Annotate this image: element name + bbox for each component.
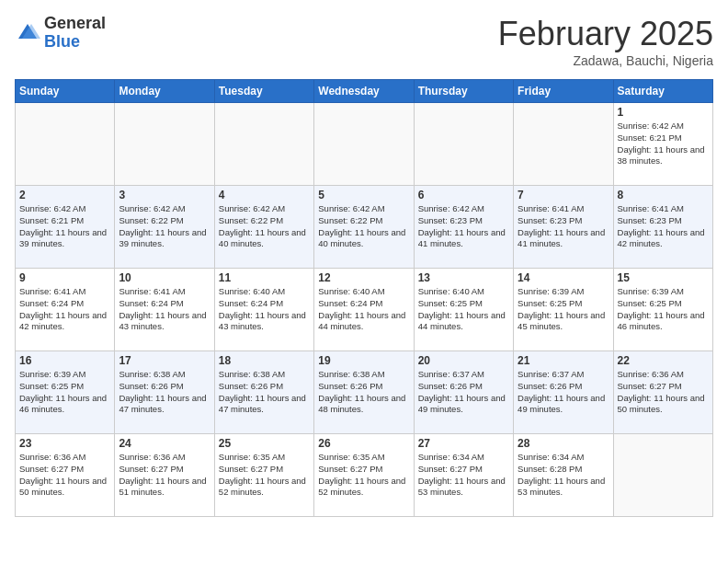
day-of-week-header: Wednesday: [314, 80, 414, 103]
day-number: 14: [518, 271, 609, 284]
logo-general-text: General: [44, 15, 106, 33]
day-number: 28: [518, 437, 609, 450]
day-number: 2: [19, 189, 110, 201]
calendar-day-cell: 26Sunrise: 6:35 AM Sunset: 6:27 PM Dayli…: [314, 434, 414, 517]
calendar-week-row: 1Sunrise: 6:42 AM Sunset: 6:21 PM Daylig…: [16, 103, 713, 186]
day-of-week-header: Saturday: [613, 80, 712, 103]
logo-text: General Blue: [44, 15, 106, 52]
calendar-day-cell: [214, 103, 313, 186]
day-number: 8: [618, 189, 709, 201]
calendar-week-row: 2Sunrise: 6:42 AM Sunset: 6:21 PM Daylig…: [16, 186, 713, 269]
calendar-day-cell: 10Sunrise: 6:41 AM Sunset: 6:24 PM Dayli…: [115, 269, 214, 351]
day-number: 12: [318, 271, 409, 284]
day-number: 3: [119, 189, 210, 201]
calendar-day-cell: [514, 103, 613, 186]
calendar-day-cell: 27Sunrise: 6:34 AM Sunset: 6:27 PM Dayli…: [414, 434, 513, 517]
calendar-day-cell: 13Sunrise: 6:40 AM Sunset: 6:25 PM Dayli…: [414, 269, 513, 351]
calendar-day-cell: 4Sunrise: 6:42 AM Sunset: 6:22 PM Daylig…: [214, 186, 313, 269]
day-info: Sunrise: 6:39 AM Sunset: 6:25 PM Dayligh…: [19, 369, 110, 416]
calendar-day-cell: 28Sunrise: 6:34 AM Sunset: 6:28 PM Dayli…: [514, 434, 613, 517]
day-number: 19: [318, 354, 409, 367]
calendar-day-cell: 8Sunrise: 6:41 AM Sunset: 6:23 PM Daylig…: [613, 186, 712, 269]
month-title: February 2025: [498, 15, 713, 53]
day-info: Sunrise: 6:39 AM Sunset: 6:25 PM Dayligh…: [518, 286, 609, 333]
calendar-day-cell: 2Sunrise: 6:42 AM Sunset: 6:21 PM Daylig…: [16, 186, 115, 269]
calendar-week-row: 9Sunrise: 6:41 AM Sunset: 6:24 PM Daylig…: [16, 269, 713, 351]
day-info: Sunrise: 6:38 AM Sunset: 6:26 PM Dayligh…: [119, 369, 210, 416]
day-number: 27: [418, 437, 509, 450]
day-info: Sunrise: 6:38 AM Sunset: 6:26 PM Dayligh…: [318, 369, 409, 416]
day-number: 17: [119, 354, 210, 367]
page-header: General Blue February 2025 Zadawa, Bauch…: [15, 15, 713, 68]
day-info: Sunrise: 6:36 AM Sunset: 6:27 PM Dayligh…: [19, 452, 110, 499]
day-info: Sunrise: 6:38 AM Sunset: 6:26 PM Dayligh…: [219, 369, 310, 416]
calendar-day-cell: 15Sunrise: 6:39 AM Sunset: 6:25 PM Dayli…: [613, 269, 712, 351]
calendar-day-cell: 14Sunrise: 6:39 AM Sunset: 6:25 PM Dayli…: [514, 269, 613, 351]
day-number: 5: [318, 189, 409, 201]
calendar-header-row: SundayMondayTuesdayWednesdayThursdayFrid…: [16, 80, 713, 103]
calendar-day-cell: 12Sunrise: 6:40 AM Sunset: 6:24 PM Dayli…: [314, 269, 414, 351]
calendar-day-cell: 19Sunrise: 6:38 AM Sunset: 6:26 PM Dayli…: [314, 351, 414, 434]
day-number: 11: [219, 271, 310, 284]
day-of-week-header: Tuesday: [214, 80, 313, 103]
calendar-day-cell: 21Sunrise: 6:37 AM Sunset: 6:26 PM Dayli…: [514, 351, 613, 434]
calendar-table: SundayMondayTuesdayWednesdayThursdayFrid…: [15, 79, 713, 517]
day-number: 4: [219, 189, 310, 201]
calendar-day-cell: 7Sunrise: 6:41 AM Sunset: 6:23 PM Daylig…: [514, 186, 613, 269]
calendar-day-cell: [314, 103, 414, 186]
day-info: Sunrise: 6:39 AM Sunset: 6:25 PM Dayligh…: [618, 286, 709, 333]
title-block: February 2025 Zadawa, Bauchi, Nigeria: [498, 15, 713, 68]
day-number: 18: [219, 354, 310, 367]
day-number: 26: [318, 437, 409, 450]
calendar-day-cell: 18Sunrise: 6:38 AM Sunset: 6:26 PM Dayli…: [214, 351, 313, 434]
day-number: 21: [518, 354, 609, 367]
day-info: Sunrise: 6:41 AM Sunset: 6:24 PM Dayligh…: [19, 286, 110, 333]
calendar-day-cell: 5Sunrise: 6:42 AM Sunset: 6:22 PM Daylig…: [314, 186, 414, 269]
day-info: Sunrise: 6:41 AM Sunset: 6:23 PM Dayligh…: [518, 203, 609, 250]
day-info: Sunrise: 6:41 AM Sunset: 6:23 PM Dayligh…: [618, 203, 709, 250]
calendar-day-cell: [414, 103, 513, 186]
day-of-week-header: Sunday: [16, 80, 115, 103]
calendar-day-cell: 22Sunrise: 6:36 AM Sunset: 6:27 PM Dayli…: [613, 351, 712, 434]
day-info: Sunrise: 6:42 AM Sunset: 6:22 PM Dayligh…: [119, 203, 210, 250]
calendar-day-cell: 9Sunrise: 6:41 AM Sunset: 6:24 PM Daylig…: [16, 269, 115, 351]
location-subtitle: Zadawa, Bauchi, Nigeria: [498, 53, 713, 68]
day-info: Sunrise: 6:42 AM Sunset: 6:23 PM Dayligh…: [418, 203, 509, 250]
day-number: 16: [19, 354, 110, 367]
calendar-week-row: 16Sunrise: 6:39 AM Sunset: 6:25 PM Dayli…: [16, 351, 713, 434]
day-number: 10: [119, 271, 210, 284]
day-info: Sunrise: 6:40 AM Sunset: 6:24 PM Dayligh…: [318, 286, 409, 333]
calendar-day-cell: 16Sunrise: 6:39 AM Sunset: 6:25 PM Dayli…: [16, 351, 115, 434]
day-number: 7: [518, 189, 609, 201]
calendar-day-cell: 24Sunrise: 6:36 AM Sunset: 6:27 PM Dayli…: [115, 434, 214, 517]
day-number: 25: [219, 437, 310, 450]
day-info: Sunrise: 6:41 AM Sunset: 6:24 PM Dayligh…: [119, 286, 210, 333]
calendar-day-cell: 1Sunrise: 6:42 AM Sunset: 6:21 PM Daylig…: [613, 103, 712, 186]
day-info: Sunrise: 6:36 AM Sunset: 6:27 PM Dayligh…: [119, 452, 210, 499]
calendar-day-cell: 23Sunrise: 6:36 AM Sunset: 6:27 PM Dayli…: [16, 434, 115, 517]
calendar-day-cell: [16, 103, 115, 186]
calendar-day-cell: 25Sunrise: 6:35 AM Sunset: 6:27 PM Dayli…: [214, 434, 313, 517]
day-info: Sunrise: 6:36 AM Sunset: 6:27 PM Dayligh…: [618, 369, 709, 416]
calendar-day-cell: 20Sunrise: 6:37 AM Sunset: 6:26 PM Dayli…: [414, 351, 513, 434]
day-number: 13: [418, 271, 509, 284]
logo-icon: [15, 20, 40, 46]
calendar-day-cell: 17Sunrise: 6:38 AM Sunset: 6:26 PM Dayli…: [115, 351, 214, 434]
day-of-week-header: Thursday: [414, 80, 513, 103]
day-info: Sunrise: 6:40 AM Sunset: 6:24 PM Dayligh…: [219, 286, 310, 333]
day-number: 1: [618, 106, 709, 119]
day-info: Sunrise: 6:35 AM Sunset: 6:27 PM Dayligh…: [318, 452, 409, 499]
day-number: 15: [618, 271, 709, 284]
day-number: 20: [418, 354, 509, 367]
logo-blue-text: Blue: [44, 33, 106, 52]
day-info: Sunrise: 6:37 AM Sunset: 6:26 PM Dayligh…: [518, 369, 609, 416]
day-of-week-header: Monday: [115, 80, 214, 103]
calendar-day-cell: 11Sunrise: 6:40 AM Sunset: 6:24 PM Dayli…: [214, 269, 313, 351]
calendar-week-row: 23Sunrise: 6:36 AM Sunset: 6:27 PM Dayli…: [16, 434, 713, 517]
day-number: 24: [119, 437, 210, 450]
day-info: Sunrise: 6:34 AM Sunset: 6:28 PM Dayligh…: [518, 452, 609, 499]
day-info: Sunrise: 6:42 AM Sunset: 6:22 PM Dayligh…: [318, 203, 409, 250]
day-number: 9: [19, 271, 110, 284]
day-info: Sunrise: 6:42 AM Sunset: 6:21 PM Dayligh…: [618, 121, 709, 167]
day-of-week-header: Friday: [514, 80, 613, 103]
